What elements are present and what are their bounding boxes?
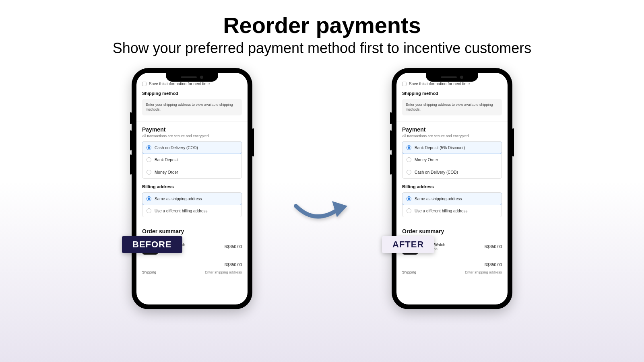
shipping-hint: Enter shipping address xyxy=(465,270,502,274)
payment-option[interactable]: Money Order xyxy=(142,166,242,178)
save-checkbox[interactable] xyxy=(402,82,407,86)
payment-subtext: All transactions are secure and encrypte… xyxy=(142,134,242,138)
billing-option-label: Use a different billing address xyxy=(155,209,208,213)
payment-option-label: Money Order xyxy=(415,158,438,162)
after-badge: AFTER xyxy=(382,236,434,253)
radio-icon xyxy=(407,208,411,213)
save-checkbox[interactable] xyxy=(142,82,147,86)
save-label: Save this information for next time xyxy=(409,82,470,86)
radio-icon xyxy=(407,145,411,150)
save-info-row[interactable]: Save this information for next time xyxy=(402,82,502,86)
radio-icon xyxy=(147,208,151,213)
payment-option-label: Cash on Delivery (COD) xyxy=(415,170,458,175)
payment-option[interactable]: Cash on Delivery (COD) xyxy=(142,141,242,154)
phone-notch xyxy=(166,73,218,82)
shipping-method-title: Shipping method xyxy=(142,91,242,96)
shipping-hint: Enter shipping address xyxy=(205,270,242,274)
radio-icon xyxy=(147,157,151,162)
order-summary-title: Order summary xyxy=(142,228,242,234)
shipping-info-box: Enter your shipping address to view avai… xyxy=(142,99,242,115)
order-summary-title: Order summary xyxy=(402,228,502,234)
shipping-method-title: Shipping method xyxy=(402,91,502,96)
payment-option-label: Bank Deposit (5% Discount) xyxy=(415,146,465,150)
radio-icon xyxy=(407,196,411,201)
billing-title: Billing address xyxy=(142,184,242,189)
radio-icon xyxy=(147,145,151,150)
payment-heading: Payment xyxy=(142,126,242,133)
radio-icon xyxy=(407,170,411,175)
product-price: R$350.00 xyxy=(485,245,502,249)
billing-options: Same as shipping address Use a different… xyxy=(402,192,502,217)
payment-option[interactable]: Bank Deposit xyxy=(142,154,242,166)
billing-option-label: Use a different billing address xyxy=(415,209,468,213)
after-phone: Save this information for next time Ship… xyxy=(392,68,512,309)
page-subtitle: Show your preferred payment method first… xyxy=(0,40,644,57)
before-phone: Save this information for next time Ship… xyxy=(132,68,252,309)
radio-icon xyxy=(147,196,151,201)
payment-heading: Payment xyxy=(402,126,502,133)
billing-option-label: Same as shipping address xyxy=(155,197,202,201)
billing-option[interactable]: Use a different billing address xyxy=(402,205,502,217)
subtotal: R$350.00 xyxy=(485,263,502,267)
payment-option-label: Money Order xyxy=(155,170,178,175)
billing-option[interactable]: Same as shipping address xyxy=(402,192,502,205)
billing-title: Billing address xyxy=(402,184,502,189)
shipping-label: Shipping xyxy=(402,270,416,274)
payment-option[interactable]: Money Order xyxy=(402,154,502,166)
page-title: Reorder payments xyxy=(0,12,644,38)
phone-notch xyxy=(426,73,478,82)
product-price: R$350.00 xyxy=(225,245,242,249)
billing-option-label: Same as shipping address xyxy=(415,197,462,201)
save-info-row[interactable]: Save this information for next time xyxy=(142,82,242,86)
radio-icon xyxy=(147,170,151,175)
transition-arrow-icon xyxy=(289,194,355,232)
subtotal: R$350.00 xyxy=(225,263,242,267)
shipping-label: Shipping xyxy=(142,270,156,274)
before-badge: BEFORE xyxy=(122,236,182,253)
payment-option[interactable]: Cash on Delivery (COD) xyxy=(402,166,502,178)
save-label: Save this information for next time xyxy=(149,82,210,86)
billing-option[interactable]: Use a different billing address xyxy=(142,205,242,217)
payment-option-label: Bank Deposit xyxy=(155,158,178,162)
payment-option-label: Cash on Delivery (COD) xyxy=(155,146,198,150)
payment-options: Cash on Delivery (COD) Bank Deposit Mone… xyxy=(142,141,242,179)
radio-icon xyxy=(407,157,411,162)
billing-options: Same as shipping address Use a different… xyxy=(142,192,242,217)
payment-options: Bank Deposit (5% Discount) Money Order C… xyxy=(402,141,502,179)
shipping-info-box: Enter your shipping address to view avai… xyxy=(402,99,502,115)
page-header: Reorder payments Show your preferred pay… xyxy=(0,0,644,57)
billing-option[interactable]: Same as shipping address xyxy=(142,192,242,205)
payment-option[interactable]: Bank Deposit (5% Discount) xyxy=(402,141,502,154)
payment-subtext: All transactions are secure and encrypte… xyxy=(402,134,502,138)
